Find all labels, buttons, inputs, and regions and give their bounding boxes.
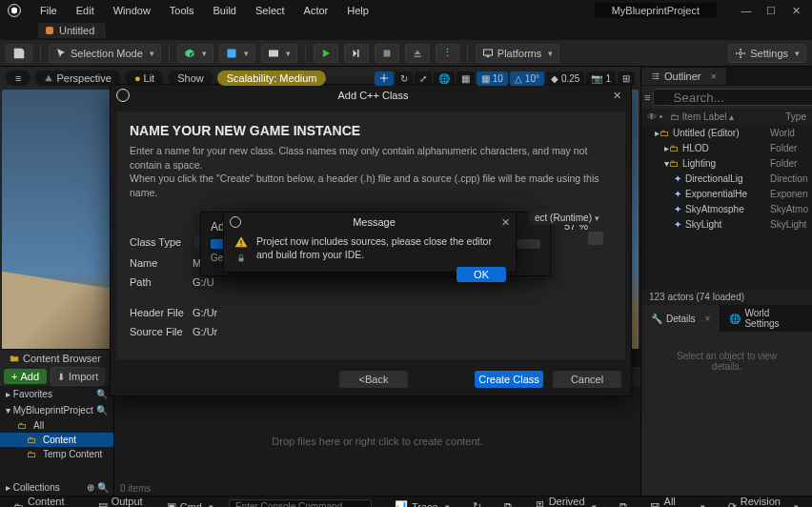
platforms-icon bbox=[482, 48, 494, 59]
tree-row[interactable]: ▾ 🗀LightingFolder bbox=[641, 155, 812, 171]
svg-rect-5 bbox=[486, 55, 489, 57]
transform-scale-button[interactable]: ⤢ bbox=[415, 71, 432, 86]
tree-row[interactable]: ✦SkyAtmospheSkyAtmo bbox=[641, 201, 812, 216]
cmd-dropdown[interactable]: ▣Cmd bbox=[159, 498, 221, 507]
eject-button[interactable] bbox=[405, 44, 430, 63]
tree-item-temp[interactable]: 🗀Temp Content bbox=[0, 447, 113, 461]
runtime-dropdown[interactable]: ect (Runtime) bbox=[529, 211, 605, 225]
play-options-button[interactable]: ⋮ bbox=[436, 44, 459, 63]
close-button[interactable]: ✕ bbox=[501, 216, 510, 229]
trace-dropdown[interactable]: 📊Trace bbox=[387, 498, 457, 507]
minimize-button[interactable]: — bbox=[734, 2, 759, 19]
perspective-dropdown[interactable]: Perspective bbox=[34, 71, 120, 86]
collections-section[interactable]: ▸ Collections⊕ 🔍 bbox=[0, 479, 114, 496]
path-value[interactable]: G:/U bbox=[193, 276, 214, 288]
skip-button[interactable] bbox=[344, 44, 369, 63]
dialog-heading: NAME YOUR NEW GAME INSTANCE bbox=[130, 123, 612, 138]
surface-snap-button[interactable]: ▦ bbox=[457, 71, 475, 86]
camera-speed[interactable]: 📷 1 bbox=[586, 71, 616, 86]
settings-dropdown[interactable]: Settings bbox=[728, 44, 806, 63]
platforms-dropdown[interactable]: Platforms bbox=[476, 44, 559, 63]
viewport-layout-button[interactable]: ⊞ bbox=[618, 71, 635, 86]
save-button[interactable] bbox=[6, 44, 32, 63]
stop-button[interactable] bbox=[375, 44, 399, 63]
coord-space-button[interactable]: 🌐 bbox=[434, 71, 455, 86]
close-button[interactable]: ✕ bbox=[609, 90, 625, 102]
blueprint-dropdown[interactable] bbox=[219, 44, 255, 63]
settings-label: Settings bbox=[750, 48, 788, 59]
tree-row[interactable]: ✦ExponentialHeExponent bbox=[641, 186, 812, 201]
close-button[interactable]: ✕ bbox=[783, 2, 808, 19]
tree-row[interactable]: ✦SkyLightSkyLight bbox=[641, 216, 812, 232]
scale-snap-toggle[interactable]: ◆ 0.25 bbox=[546, 71, 584, 86]
class-type-label: Class Type bbox=[130, 236, 193, 248]
tree-row[interactable]: ✦DirectionalLigDirection bbox=[641, 171, 812, 186]
eye-icon[interactable]: 👁 bbox=[647, 112, 657, 122]
tree-item-all[interactable]: 🗀All bbox=[0, 418, 113, 433]
tree-row[interactable]: ▸ 🗀Untitled (Editor)World bbox=[641, 125, 812, 140]
menu-window[interactable]: Window bbox=[104, 2, 160, 19]
cancel-button[interactable]: Cancel bbox=[553, 371, 621, 388]
create-class-button[interactable]: Create Class bbox=[475, 371, 543, 388]
transform-move-button[interactable] bbox=[375, 71, 394, 86]
move-icon bbox=[379, 73, 389, 83]
world-settings-tab[interactable]: 🌐World Settings bbox=[720, 305, 812, 332]
tree-row[interactable]: ▸ 🗀HLODFolder bbox=[641, 140, 812, 155]
warning-icon bbox=[233, 235, 249, 249]
type-column-header[interactable]: Type bbox=[785, 112, 806, 122]
details-tab[interactable]: 🔧Details× bbox=[641, 305, 720, 332]
transform-rotate-button[interactable]: ↻ bbox=[396, 71, 413, 86]
pin-icon[interactable]: • bbox=[660, 112, 663, 122]
all-saved-indicator[interactable]: 🖫All Saved bbox=[642, 494, 713, 508]
ok-button[interactable]: OK bbox=[457, 267, 506, 282]
search-icon[interactable]: 🔍 bbox=[96, 389, 108, 399]
show-dropdown[interactable]: Show bbox=[168, 71, 213, 86]
folder-icon bbox=[10, 354, 19, 363]
memory-button[interactable]: ⧉ bbox=[612, 498, 635, 507]
lit-dropdown[interactable]: ●Lit bbox=[125, 71, 164, 86]
outliner-tree[interactable]: ▸ 🗀Untitled (Editor)World▸ 🗀HLODFolder▾ … bbox=[641, 125, 812, 289]
add-content-dropdown[interactable] bbox=[177, 44, 213, 63]
search-icon[interactable]: 🔍 bbox=[97, 482, 109, 493]
menu-select[interactable]: Select bbox=[246, 2, 294, 19]
maximize-button[interactable]: ☐ bbox=[759, 2, 783, 19]
content-browser-tab[interactable]: Content Browser× bbox=[0, 350, 126, 367]
selection-mode-dropdown[interactable]: Selection Mode bbox=[49, 44, 161, 63]
project-section[interactable]: ▾ MyBlueprintProject🔍 bbox=[0, 402, 113, 418]
scalability-dropdown[interactable]: Scalability: Medium bbox=[217, 71, 327, 86]
add-collection-icon[interactable]: ⊕ bbox=[87, 482, 94, 493]
sync-button[interactable]: ↻ bbox=[465, 498, 489, 507]
import-button[interactable]: ⬇Import bbox=[51, 367, 105, 386]
revision-control-dropdown[interactable]: ⟳Revision Control bbox=[721, 494, 806, 508]
browse-folder-button[interactable] bbox=[588, 232, 603, 245]
outliner-tab[interactable]: Outliner× bbox=[641, 68, 726, 85]
play-button[interactable] bbox=[314, 44, 338, 63]
grid-snap-toggle[interactable]: ▦ 10 bbox=[477, 71, 508, 86]
favorites-section[interactable]: ▸ Favorites🔍 bbox=[0, 386, 113, 402]
outliner-search-input[interactable] bbox=[653, 89, 812, 106]
filter-button[interactable]: ≡ bbox=[644, 90, 650, 105]
tree-item-content[interactable]: 🗀Content bbox=[0, 433, 113, 447]
menu-file[interactable]: File bbox=[30, 2, 67, 19]
back-button[interactable]: <Back bbox=[339, 371, 408, 388]
menu-build[interactable]: Build bbox=[204, 2, 246, 19]
content-grid[interactable]: Drop files here or right click to create… bbox=[114, 386, 640, 496]
lit-label: Lit bbox=[144, 72, 155, 84]
document-tab-untitled[interactable]: Untitled bbox=[38, 23, 106, 38]
bookmark-button[interactable]: ⧉ bbox=[497, 498, 519, 507]
outliner-header: 👁 • 🗀 Item Label ▴ Type bbox=[641, 109, 812, 125]
search-icon[interactable]: 🔍 bbox=[96, 405, 108, 416]
menu-actor[interactable]: Actor bbox=[294, 2, 338, 19]
close-icon[interactable]: × bbox=[711, 71, 717, 82]
angle-snap-toggle[interactable]: △ 10° bbox=[510, 71, 544, 86]
close-icon[interactable]: × bbox=[705, 314, 711, 324]
add-content-button[interactable]: +Add bbox=[4, 369, 47, 384]
menu-help[interactable]: Help bbox=[337, 2, 378, 19]
console-input[interactable] bbox=[229, 499, 372, 508]
cursor-icon bbox=[55, 48, 67, 59]
viewport-options-menu[interactable]: ≡ bbox=[6, 71, 30, 86]
name-label: Name bbox=[130, 257, 193, 269]
menu-edit[interactable]: Edit bbox=[67, 2, 104, 19]
menu-tools[interactable]: Tools bbox=[160, 2, 204, 19]
cinematics-dropdown[interactable] bbox=[261, 44, 297, 63]
